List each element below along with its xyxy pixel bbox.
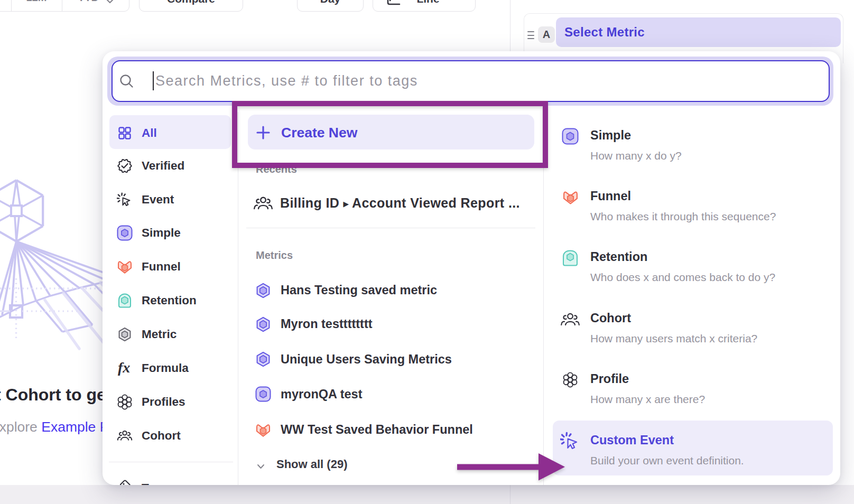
svg-text:fx: fx <box>118 359 130 376</box>
